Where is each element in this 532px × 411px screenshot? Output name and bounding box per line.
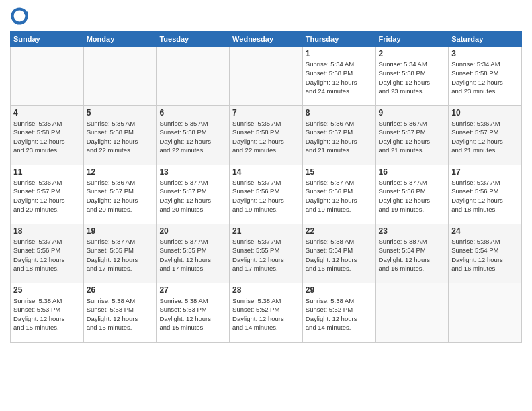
calendar-cell: 14Sunrise: 5:37 AM Sunset: 5:56 PM Dayli… (230, 165, 303, 224)
calendar-cell: 16Sunrise: 5:37 AM Sunset: 5:56 PM Dayli… (375, 165, 449, 224)
day-number: 10 (451, 108, 519, 118)
day-number: 15 (306, 167, 373, 177)
page-header (10, 7, 522, 26)
calendar-cell: 9Sunrise: 5:36 AM Sunset: 5:57 PM Daylig… (375, 106, 449, 165)
calendar-cell: 13Sunrise: 5:37 AM Sunset: 5:57 PM Dayli… (157, 165, 230, 224)
day-info: Sunrise: 5:38 AM Sunset: 5:53 PM Dayligh… (159, 296, 226, 332)
calendar-cell (11, 47, 84, 106)
day-number: 4 (13, 108, 81, 118)
calendar-cell: 17Sunrise: 5:37 AM Sunset: 5:56 PM Dayli… (449, 165, 522, 224)
day-info: Sunrise: 5:37 AM Sunset: 5:56 PM Dayligh… (232, 178, 300, 214)
calendar-cell (230, 47, 303, 106)
day-number: 18 (13, 226, 81, 236)
day-number: 25 (13, 285, 81, 295)
day-info: Sunrise: 5:36 AM Sunset: 5:57 PM Dayligh… (87, 178, 154, 214)
calendar-week-4: 25Sunrise: 5:38 AM Sunset: 5:53 PM Dayli… (11, 283, 522, 342)
day-info: Sunrise: 5:37 AM Sunset: 5:56 PM Dayligh… (306, 178, 373, 214)
calendar-cell: 23Sunrise: 5:38 AM Sunset: 5:54 PM Dayli… (375, 224, 449, 283)
calendar-cell: 1Sunrise: 5:34 AM Sunset: 5:58 PM Daylig… (302, 47, 375, 106)
col-tuesday: Tuesday (157, 32, 230, 47)
day-info: Sunrise: 5:38 AM Sunset: 5:54 PM Dayligh… (306, 237, 373, 273)
calendar-cell: 24Sunrise: 5:38 AM Sunset: 5:54 PM Dayli… (449, 224, 522, 283)
day-info: Sunrise: 5:35 AM Sunset: 5:58 PM Dayligh… (87, 119, 154, 154)
day-number: 3 (451, 49, 519, 58)
day-number: 9 (379, 108, 446, 118)
calendar-cell (449, 283, 522, 342)
col-monday: Monday (83, 32, 157, 47)
day-number: 28 (232, 285, 300, 295)
calendar-cell: 22Sunrise: 5:38 AM Sunset: 5:54 PM Dayli… (302, 224, 375, 283)
calendar-cell: 29Sunrise: 5:38 AM Sunset: 5:52 PM Dayli… (302, 283, 375, 342)
calendar-cell: 26Sunrise: 5:38 AM Sunset: 5:53 PM Dayli… (83, 283, 157, 342)
day-number: 29 (306, 285, 373, 295)
day-number: 12 (87, 167, 154, 177)
day-number: 2 (379, 49, 446, 58)
col-wednesday: Wednesday (230, 32, 303, 47)
day-number: 21 (232, 226, 300, 236)
calendar-week-2: 11Sunrise: 5:36 AM Sunset: 5:57 PM Dayli… (11, 165, 522, 224)
day-info: Sunrise: 5:38 AM Sunset: 5:53 PM Dayligh… (13, 296, 81, 332)
day-number: 6 (159, 108, 226, 118)
day-info: Sunrise: 5:37 AM Sunset: 5:57 PM Dayligh… (159, 178, 226, 214)
svg-point-1 (14, 11, 26, 22)
col-friday: Friday (375, 32, 449, 47)
logo (10, 7, 32, 26)
day-info: Sunrise: 5:34 AM Sunset: 5:58 PM Dayligh… (379, 60, 446, 95)
calendar-week-0: 1Sunrise: 5:34 AM Sunset: 5:58 PM Daylig… (11, 47, 522, 106)
calendar-cell (157, 47, 230, 106)
calendar-cell: 7Sunrise: 5:35 AM Sunset: 5:58 PM Daylig… (230, 106, 303, 165)
calendar-cell (83, 47, 157, 106)
day-info: Sunrise: 5:37 AM Sunset: 5:56 PM Dayligh… (13, 237, 81, 273)
day-info: Sunrise: 5:37 AM Sunset: 5:55 PM Dayligh… (159, 237, 226, 273)
calendar-cell: 4Sunrise: 5:35 AM Sunset: 5:58 PM Daylig… (11, 106, 84, 165)
calendar-table: Sunday Monday Tuesday Wednesday Thursday… (10, 31, 522, 342)
day-info: Sunrise: 5:37 AM Sunset: 5:56 PM Dayligh… (451, 178, 519, 214)
day-number: 24 (451, 226, 519, 236)
calendar-cell: 12Sunrise: 5:36 AM Sunset: 5:57 PM Dayli… (83, 165, 157, 224)
calendar-cell (375, 283, 449, 342)
day-number: 11 (13, 167, 81, 177)
day-info: Sunrise: 5:36 AM Sunset: 5:57 PM Dayligh… (451, 119, 519, 154)
day-info: Sunrise: 5:35 AM Sunset: 5:58 PM Dayligh… (13, 119, 81, 154)
day-info: Sunrise: 5:37 AM Sunset: 5:55 PM Dayligh… (87, 237, 154, 273)
calendar-cell: 21Sunrise: 5:37 AM Sunset: 5:55 PM Dayli… (230, 224, 303, 283)
day-info: Sunrise: 5:35 AM Sunset: 5:58 PM Dayligh… (159, 119, 226, 154)
day-number: 19 (87, 226, 154, 236)
calendar-cell: 28Sunrise: 5:38 AM Sunset: 5:52 PM Dayli… (230, 283, 303, 342)
calendar-week-3: 18Sunrise: 5:37 AM Sunset: 5:56 PM Dayli… (11, 224, 522, 283)
day-info: Sunrise: 5:38 AM Sunset: 5:54 PM Dayligh… (379, 237, 446, 273)
day-number: 8 (306, 108, 373, 118)
day-info: Sunrise: 5:34 AM Sunset: 5:58 PM Dayligh… (306, 60, 373, 95)
calendar-cell: 19Sunrise: 5:37 AM Sunset: 5:55 PM Dayli… (83, 224, 157, 283)
day-number: 20 (159, 226, 226, 236)
day-number: 14 (232, 167, 300, 177)
logo-icon (10, 7, 29, 26)
calendar-header-row: Sunday Monday Tuesday Wednesday Thursday… (11, 32, 522, 47)
col-saturday: Saturday (449, 32, 522, 47)
day-number: 16 (379, 167, 446, 177)
calendar-cell: 27Sunrise: 5:38 AM Sunset: 5:53 PM Dayli… (157, 283, 230, 342)
col-thursday: Thursday (302, 32, 375, 47)
day-info: Sunrise: 5:34 AM Sunset: 5:58 PM Dayligh… (451, 60, 519, 95)
day-number: 17 (451, 167, 519, 177)
day-number: 1 (306, 49, 373, 58)
day-number: 13 (159, 167, 226, 177)
calendar-cell: 3Sunrise: 5:34 AM Sunset: 5:58 PM Daylig… (449, 47, 522, 106)
day-number: 5 (87, 108, 154, 118)
calendar-cell: 11Sunrise: 5:36 AM Sunset: 5:57 PM Dayli… (11, 165, 84, 224)
calendar-cell: 6Sunrise: 5:35 AM Sunset: 5:58 PM Daylig… (157, 106, 230, 165)
calendar-cell: 20Sunrise: 5:37 AM Sunset: 5:55 PM Dayli… (157, 224, 230, 283)
day-info: Sunrise: 5:38 AM Sunset: 5:54 PM Dayligh… (451, 237, 519, 273)
calendar-week-1: 4Sunrise: 5:35 AM Sunset: 5:58 PM Daylig… (11, 106, 522, 165)
day-number: 7 (232, 108, 300, 118)
day-info: Sunrise: 5:35 AM Sunset: 5:58 PM Dayligh… (232, 119, 300, 154)
day-info: Sunrise: 5:38 AM Sunset: 5:52 PM Dayligh… (232, 296, 300, 332)
day-info: Sunrise: 5:38 AM Sunset: 5:53 PM Dayligh… (87, 296, 154, 332)
calendar-cell: 8Sunrise: 5:36 AM Sunset: 5:57 PM Daylig… (302, 106, 375, 165)
col-sunday: Sunday (11, 32, 84, 47)
calendar-cell: 5Sunrise: 5:35 AM Sunset: 5:58 PM Daylig… (83, 106, 157, 165)
day-number: 22 (306, 226, 373, 236)
day-info: Sunrise: 5:37 AM Sunset: 5:56 PM Dayligh… (379, 178, 446, 214)
calendar-cell: 15Sunrise: 5:37 AM Sunset: 5:56 PM Dayli… (302, 165, 375, 224)
day-number: 23 (379, 226, 446, 236)
